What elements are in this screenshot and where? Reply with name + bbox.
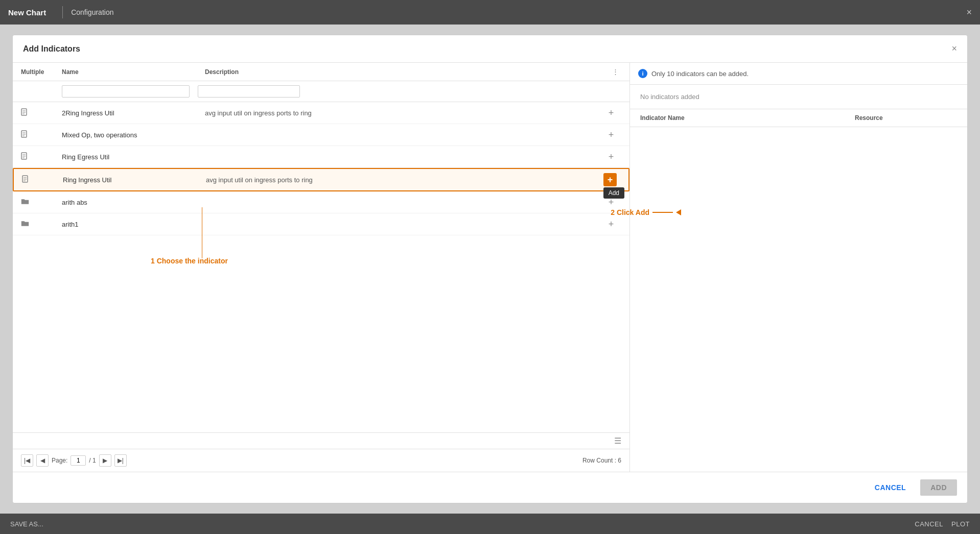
file-icon: [21, 152, 62, 162]
bottom-bar-actions: CANCEL PLOT: [915, 520, 970, 528]
row-name: 2Ring Ingress Util: [62, 109, 205, 117]
dialog-title: Add Indicators: [23, 44, 80, 54]
row-name: Ring Ingress Util: [63, 176, 206, 184]
right-col-resource: Resource: [855, 114, 957, 122]
prev-page-button[interactable]: ◀: [36, 454, 49, 467]
add-plus-button[interactable]: +: [604, 150, 618, 163]
dialog-area: Add Indicators × Multiple Name Descripti…: [0, 25, 980, 514]
right-panel-content: [630, 127, 967, 472]
first-page-button[interactable]: |◀: [21, 454, 33, 467]
add-plus-button[interactable]: +: [604, 128, 618, 141]
file-icon: [21, 130, 62, 140]
more-options-icon[interactable]: ⋮: [609, 68, 621, 76]
table-header: Multiple Name Description ⋮: [13, 63, 629, 81]
filter-name-input[interactable]: [62, 85, 190, 98]
info-icon: i: [638, 69, 647, 78]
right-panel-info: i Only 10 indicators can be added.: [630, 63, 967, 85]
folder-icon: [21, 220, 62, 229]
page-label: Page:: [52, 457, 67, 464]
dialog-footer: CANCEL ADD: [13, 472, 967, 503]
right-col-indicator-name: Indicator Name: [640, 114, 855, 122]
cancel-button[interactable]: CANCEL: [867, 479, 914, 496]
row-add-area: +: [600, 173, 620, 186]
col-desc-header: Description: [205, 68, 609, 76]
top-bar-config: Configuration: [71, 8, 113, 16]
table-row[interactable]: Mixed Op, two operations+: [13, 124, 629, 146]
row-name: arith abs: [62, 199, 205, 206]
right-panel-table-header: Indicator Name Resource: [630, 109, 967, 127]
main-dialog: Add Indicators × Multiple Name Descripti…: [12, 35, 968, 503]
add-tooltip: Add: [603, 187, 624, 199]
table-row[interactable]: arith1+: [13, 213, 629, 235]
table-rows: 2Ring Ingress Utilavg input util on ingr…: [13, 102, 629, 432]
next-page-button[interactable]: ▶: [99, 454, 111, 467]
row-add-area: +: [601, 106, 621, 119]
row-name: Ring Egress Util: [62, 153, 205, 161]
left-panel: Multiple Name Description ⋮ 2Ring Ingres…: [13, 63, 630, 472]
row-name: Mixed Op, two operations: [62, 131, 205, 139]
row-count: Row Count : 6: [582, 457, 621, 464]
row-add-area: +: [601, 150, 621, 163]
add-button[interactable]: ADD: [920, 479, 957, 496]
filter-row: [13, 81, 629, 102]
last-page-button[interactable]: ▶|: [114, 454, 127, 467]
row-add-area: +: [601, 128, 621, 141]
folder-icon: [21, 198, 62, 207]
table-row[interactable]: 2Ring Ingress Utilavg input util on ingr…: [13, 102, 629, 124]
no-indicators-message: No indicators added: [630, 85, 967, 109]
top-bar-close-icon[interactable]: ×: [966, 7, 972, 18]
list-view-icon[interactable]: ☰: [614, 436, 621, 446]
bottom-bar: SAVE AS... CANCEL PLOT: [0, 514, 980, 534]
col-multiple-header: Multiple: [21, 68, 62, 76]
filter-desc-input[interactable]: [198, 85, 300, 98]
row-desc: avg input util on ingress ports to ring: [206, 176, 600, 184]
save-as-button[interactable]: SAVE AS...: [10, 520, 43, 528]
dialog-body: Multiple Name Description ⋮ 2Ring Ingres…: [13, 63, 967, 472]
file-icon: [21, 108, 62, 118]
bottom-cancel-button[interactable]: CANCEL: [915, 520, 943, 528]
table-row[interactable]: Ring Ingress Utilavg input util on ingre…: [13, 168, 629, 191]
info-text: Only 10 indicators can be added.: [651, 70, 749, 78]
row-name: arith1: [62, 221, 205, 228]
pagination-controls: |◀ ◀ Page: / 1 ▶ ▶|: [21, 454, 127, 467]
file-icon: [22, 175, 63, 185]
top-bar-divider: [62, 6, 63, 18]
page-input[interactable]: [71, 455, 86, 466]
page-separator: / 1: [89, 457, 96, 464]
dialog-close-icon[interactable]: ×: [951, 43, 957, 54]
table-row[interactable]: arith abs+: [13, 191, 629, 213]
col-name-header: Name: [62, 68, 205, 76]
add-plus-button[interactable]: +: [604, 217, 618, 231]
dialog-header: Add Indicators ×: [13, 35, 967, 63]
row-desc: avg input util on ingress ports to ring: [205, 109, 601, 117]
right-panel: i Only 10 indicators can be added. No in…: [630, 63, 967, 472]
top-bar: New Chart Configuration ×: [0, 0, 980, 25]
row-add-area: +: [601, 217, 621, 231]
bottom-plot-button[interactable]: PLOT: [951, 520, 970, 528]
add-plus-button-selected[interactable]: +: [603, 173, 617, 186]
table-row[interactable]: Ring Egress Util+: [13, 146, 629, 168]
pagination-bar: |◀ ◀ Page: / 1 ▶ ▶| Row Count : 6: [13, 449, 629, 472]
app-title: New Chart: [8, 8, 54, 17]
add-plus-button[interactable]: +: [604, 106, 618, 119]
